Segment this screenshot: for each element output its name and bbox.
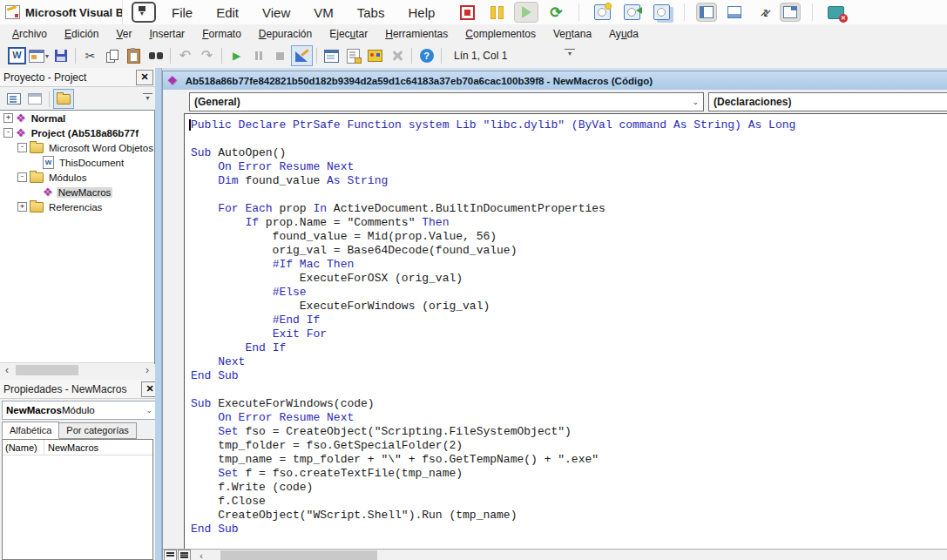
- menu-ventana[interactable]: Ventana: [545, 28, 600, 40]
- menu-archivo[interactable]: Archivo: [3, 28, 56, 40]
- vm-capture-input-icon[interactable]: [132, 2, 156, 23]
- menu-herramientas[interactable]: Herramientas: [376, 28, 457, 40]
- vm-menu-vm[interactable]: VM: [314, 5, 334, 20]
- toolbar-overflow-icon[interactable]: ▾: [565, 49, 575, 57]
- undo-button[interactable]: ↶: [174, 45, 196, 66]
- code-hscrollbar-thumb[interactable]: [220, 550, 377, 560]
- code-window-title: Ab518a86b77fe842821b50d182b9394d2a59d1c6…: [186, 76, 653, 86]
- vm-power-off-button[interactable]: [455, 2, 479, 23]
- selected-object-name: NewMacros: [6, 405, 62, 415]
- panel-overflow-icon[interactable]: ▾: [143, 93, 152, 102]
- tree-item-referencias[interactable]: +Referencias: [0, 199, 154, 214]
- properties-window-button[interactable]: [342, 45, 364, 66]
- vm-pause-button[interactable]: [484, 2, 509, 23]
- vm-take-snapshot-button[interactable]: [590, 2, 614, 23]
- cut-button[interactable]: ✂: [79, 45, 101, 66]
- vm-reset-button[interactable]: ⟳: [544, 2, 568, 23]
- tree-item-microsoft-word-objetos[interactable]: -Microsoft Word Objetos: [0, 140, 154, 155]
- tree-item-newmacros[interactable]: ❖NewMacros: [0, 185, 154, 199]
- view-object-button[interactable]: [24, 89, 45, 109]
- toggle-folders-button[interactable]: [53, 89, 74, 109]
- view-code-button[interactable]: [3, 89, 24, 109]
- separator: [684, 3, 685, 21]
- property-value[interactable]: NewMacros: [44, 442, 98, 453]
- toggle-sidebar-button[interactable]: [696, 3, 717, 22]
- vm-menu-tabs[interactable]: Tabs: [357, 5, 385, 20]
- vm-menu-view[interactable]: View: [262, 5, 290, 20]
- design-mode-button[interactable]: [291, 45, 313, 66]
- scroll-left-icon[interactable]: ‹: [194, 550, 208, 560]
- expand-icon[interactable]: +: [17, 202, 27, 212]
- menu-complementos[interactable]: Complementos: [457, 28, 545, 40]
- toolbox-button[interactable]: [386, 45, 408, 66]
- vba-toolbar: W ▾ ✂ ↶ ↷ ▶ ? Lín 1, Col 1 ▾: [0, 44, 947, 69]
- scrollbar-track[interactable]: [14, 363, 140, 378]
- tree-item-mo-dulos[interactable]: -Módulos: [0, 170, 154, 185]
- paste-button[interactable]: [123, 45, 145, 66]
- vm-menu-edit[interactable]: Edit: [216, 5, 239, 20]
- procedure-combo[interactable]: (Declaraciones): [708, 92, 947, 111]
- vm-menu-help[interactable]: Help: [408, 5, 435, 20]
- property-row[interactable]: (Name)NewMacros: [3, 440, 152, 455]
- find-button[interactable]: [145, 45, 166, 66]
- project-tree-hscrollbar[interactable]: ‹ ›: [0, 362, 154, 378]
- menu-ejecutar[interactable]: Ejecutar: [321, 28, 376, 40]
- properties-object-selector[interactable]: NewMacros Módulo ⌄: [2, 401, 157, 420]
- fullscreen-button[interactable]: ↗↙: [752, 3, 773, 22]
- project-explorer-button[interactable]: [321, 45, 342, 66]
- tree-item-label: NewMacros: [57, 187, 113, 198]
- scroll-right-icon[interactable]: ›: [140, 364, 154, 377]
- vm-titlebar: Microsoft Visual Bas FileEditViewVMTabsH…: [0, 0, 947, 25]
- vm-disconnect-display-button[interactable]: [823, 2, 848, 23]
- tab-alfabe-tica[interactable]: Alfabética: [2, 422, 59, 439]
- tree-item-normal[interactable]: +❖Normal: [0, 111, 154, 125]
- code-line: #End If: [191, 314, 947, 327]
- toggle-bottombar-button[interactable]: [724, 3, 745, 22]
- code-area[interactable]: Public Declare PtrSafe Function system L…: [185, 114, 947, 536]
- view-word-button[interactable]: W: [6, 45, 28, 66]
- vm-menu-file[interactable]: File: [172, 5, 193, 20]
- scroll-left-icon[interactable]: ‹: [0, 364, 14, 377]
- save-button[interactable]: [50, 45, 71, 66]
- vm-revert-snapshot-button[interactable]: [619, 2, 644, 23]
- object-browser-button[interactable]: [364, 45, 386, 66]
- code-line: End If: [191, 341, 947, 355]
- scrollbar-thumb[interactable]: [16, 365, 78, 375]
- mdi-edge: [155, 68, 162, 560]
- code-pane[interactable]: Public Declare PtrSafe Function system L…: [184, 113, 947, 550]
- view-code-icon: [7, 93, 21, 105]
- menu-formato[interactable]: Formato: [193, 28, 250, 40]
- code-hscrollbar-track[interactable]: [208, 550, 947, 560]
- tree-item-thisdocument[interactable]: WThisDocument: [0, 155, 154, 170]
- code-line: #Else: [191, 286, 947, 300]
- code-window-titlebar[interactable]: ❖ Ab518a86b77fe842821b50d182b9394d2a59d1…: [163, 71, 947, 90]
- menu-depuracion[interactable]: Depuración: [250, 28, 321, 40]
- code-line: For Each prop In ActiveDocument.BuiltInD…: [191, 202, 947, 216]
- close-project-panel-button[interactable]: ✕: [136, 70, 153, 85]
- menu-insertar[interactable]: Insertar: [140, 28, 193, 40]
- object-combo[interactable]: (General) ⌄: [189, 92, 704, 111]
- menu-edicion[interactable]: Edición: [56, 28, 107, 40]
- copy-button[interactable]: [101, 45, 123, 66]
- folder-icon: [30, 202, 44, 213]
- help-button[interactable]: ?: [416, 45, 437, 66]
- break-button[interactable]: [247, 45, 269, 66]
- menu-ver[interactable]: Ver: [107, 28, 140, 40]
- run-button[interactable]: ▶: [226, 45, 247, 66]
- insert-object-button[interactable]: ▾: [28, 45, 50, 66]
- full-module-view-button[interactable]: [178, 550, 191, 560]
- expand-icon[interactable]: +: [3, 113, 13, 123]
- floating-window-button[interactable]: [780, 3, 801, 22]
- separator: [812, 3, 813, 21]
- collapse-icon[interactable]: -: [3, 128, 13, 138]
- redo-button[interactable]: ↷: [196, 45, 218, 66]
- collapse-icon[interactable]: -: [17, 143, 27, 152]
- reset-macro-button[interactable]: [269, 45, 291, 66]
- tree-item-project-ab518a86b77f[interactable]: -❖Project (Ab518a86b77f: [0, 125, 154, 140]
- menu-ayuda[interactable]: Ayuda: [600, 28, 647, 40]
- collapse-icon[interactable]: -: [17, 172, 27, 182]
- tab-por-categori-as[interactable]: Por categorías: [58, 422, 137, 439]
- vm-manage-snapshots-button[interactable]: [649, 2, 673, 23]
- vm-play-button[interactable]: [514, 2, 538, 23]
- procedure-view-button[interactable]: [164, 550, 177, 560]
